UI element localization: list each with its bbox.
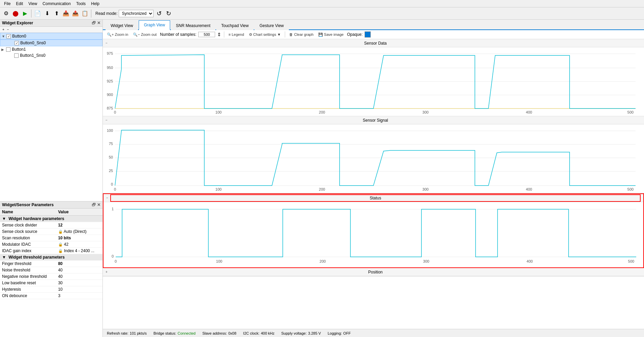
menu-edit[interactable]: Edit [13,1,26,7]
x-label-200: 200 [320,259,326,263]
save-image-label: Save image [324,32,344,37]
y-label-925: 925 [107,79,113,83]
menu-view[interactable]: View [26,1,40,7]
x-label-100: 100 [215,187,222,191]
close-panel-icon[interactable]: ✕ [97,21,100,25]
i2c-clock-value: 400 kHz [261,331,274,335]
chart-settings-button[interactable]: ⚙ Chart settings ▼ [248,32,282,38]
menu-help[interactable]: Help [88,1,102,7]
tree-item-button1-sns0[interactable]: ▶ Button1_Sns0 [0,52,102,58]
chart-collapse-sensor-signal[interactable]: − [106,118,108,122]
chart-expand-position[interactable]: + [106,270,108,274]
checkbox-button1-sns0[interactable] [14,53,19,58]
tab-graph-view[interactable]: Graph View [139,20,170,30]
import-icon[interactable]: 📥 [62,9,70,18]
upload-icon[interactable]: ⬆ [52,9,61,18]
tree-label-button1: Button1 [12,47,26,52]
zoom-out-button[interactable]: 🔍− Zoom out [132,32,158,38]
clear-graph-button[interactable]: 🗑 Clear graph [288,32,315,37]
tab-touchpad-view[interactable]: Touchpad View [216,21,254,30]
play-icon[interactable]: ▶ [21,9,29,18]
section-hardware: ▼ Widget hardware parameters [0,216,102,222]
section-threshold-expand[interactable]: ▼ [2,255,6,260]
report-icon[interactable]: 📋 [81,9,89,18]
x-label-300: 300 [423,259,429,263]
y-label-900: 900 [107,93,113,97]
tab-bar: Widget View Graph View SNR Measurement T… [103,20,644,30]
checkbox-button1[interactable] [6,47,10,52]
x-label-300: 300 [422,187,429,191]
param-value-low-baseline: 30 [56,280,102,286]
chart-header-sensor-data: − Sensor Data [103,39,644,47]
menu-file[interactable]: File [1,1,13,7]
chart-svg-sensor-signal: 100 75 50 25 0 0 100 200 [103,126,637,192]
expand-button0[interactable]: ▼ [2,34,6,38]
menu-communication[interactable]: Communication [40,1,73,7]
param-value-modulator-idac: 🔒 42 [56,241,102,248]
redo-icon[interactable]: ↻ [164,9,172,18]
param-value-on-debounce: 3 [56,293,102,299]
param-row-on-debounce: ON debounce 3 [0,293,102,299]
section-hardware-expand[interactable]: ▼ [2,216,6,221]
chart-section-status: − Status 1 0 0 100 200 3 [103,193,644,268]
y-label-0: 0 [111,182,113,186]
legend-label: Legend [232,32,244,37]
tree-item-button0[interactable]: ▼ Button0 [0,33,102,40]
params-close-icon[interactable]: ✕ [97,202,100,207]
clear-graph-label: Clear graph [294,32,313,37]
tab-gesture-view[interactable]: Gesture View [254,21,289,30]
tab-snr-measurement[interactable]: SNR Measurement [171,21,215,30]
chart-svg-status: 1 0 0 100 200 300 400 500 [104,203,638,266]
chart-title-status: Status [110,194,641,202]
left-panel: Widget Explorer 🗗 ✕ + − ▼ Button0 ▶ Butt… [0,20,103,337]
param-value-sense-clock-source: 🔒 Auto (Direct) [56,228,102,235]
chart-body-status: 1 0 0 100 200 300 400 500 [104,202,643,267]
opaque-color-swatch[interactable] [365,31,371,38]
param-name-on-debounce: ON debounce [0,293,56,299]
tree-collapse-all[interactable]: − [6,27,10,32]
refresh-rate-label: Refresh rate: [107,331,129,335]
top-toolbar: ⚙ ⬤ ▶ 📄 ⬇ ⬆ 📥 📤 📋 Read mode: Synchronize… [0,7,644,20]
x-label-500: 500 [627,110,634,114]
undo-icon[interactable]: ↺ [155,9,163,18]
checkbox-button0-sns0[interactable] [15,41,19,45]
param-value-scan-resolution: 10 bits [56,235,102,241]
checkbox-button0[interactable] [6,34,11,39]
legend-button[interactable]: ≡ Legend [227,32,245,37]
status-line [116,209,636,257]
y-label-100: 100 [107,128,113,133]
param-row-modulator-idac: Modulator IDAC 🔒 42 [0,241,102,248]
restore-icon[interactable]: 🗗 [92,21,96,25]
chart-section-sensor-signal: − Sensor Signal 100 75 50 25 0 [103,116,644,193]
save-image-button[interactable]: 💾 Save image [317,32,345,38]
export-icon[interactable]: 📤 [71,9,79,18]
sep2 [91,9,91,18]
tree-item-button0-sns0[interactable]: ▶ Button0_Sns0 [0,40,102,46]
chart-collapse-status[interactable]: − [106,196,108,200]
tree-expand-all[interactable]: + [1,27,5,32]
samples-input[interactable] [198,32,215,37]
status-bridge-status: Bridge status: Connected [154,331,196,335]
section-threshold: ▼ Widget threshold parameters [0,254,102,261]
status-slave-address: Slave address: 0x08 [202,331,236,335]
chart-body-sensor-signal: 100 75 50 25 0 0 100 200 [103,124,644,193]
menu-tools[interactable]: Tools [73,1,88,7]
stop-icon[interactable]: ⬤ [12,9,20,18]
tree-item-button1[interactable]: ▶ Button1 [0,46,102,52]
chart-collapse-sensor-data[interactable]: − [106,41,108,45]
widget-explorer-title: Widget Explorer [2,21,33,25]
download-icon[interactable]: ⬇ [43,9,51,18]
tab-widget-view[interactable]: Widget View [106,21,138,30]
zoom-in-button[interactable]: 🔍+ Zoom in [106,32,130,38]
expand-button1[interactable]: ▶ [1,48,5,51]
tree-label-button1-sns0: Button1_Sns0 [20,53,45,58]
samples-spinner[interactable]: ⇕ [217,32,221,37]
param-row-sense-clock-divider: Sense clock divider 12 [0,222,102,228]
tree-label-button0: Button0 [12,34,26,39]
read-mode-select[interactable]: Synchronized Manual [119,10,154,17]
settings-icon[interactable]: ⚙ [2,9,10,18]
chart-section-position: + Position [103,268,644,276]
param-name-neg-noise-threshold: Negative noise threshold [0,273,56,280]
params-restore-icon[interactable]: 🗗 [92,202,96,207]
open-icon[interactable]: 📄 [33,9,42,18]
